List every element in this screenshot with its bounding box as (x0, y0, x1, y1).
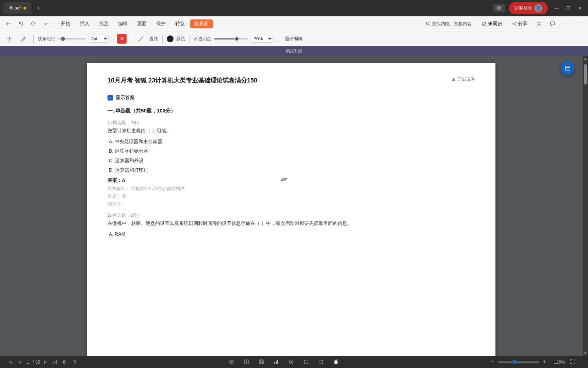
show-answer-label: 显示答案 (116, 95, 135, 101)
play-icon-btn[interactable] (287, 357, 296, 367)
q1-difficulty-label: 难度： (108, 194, 121, 199)
svg-rect-31 (305, 360, 308, 364)
color-swatch[interactable] (167, 35, 174, 42)
current-page-input[interactable] (24, 359, 31, 365)
play-icon (289, 359, 294, 365)
stop-icon (304, 359, 309, 365)
opacity-select[interactable]: 70% 30% 50% 100% (251, 35, 273, 43)
first-page-button[interactable]: |◁ (5, 358, 14, 366)
copy-icon-btn[interactable] (331, 357, 341, 367)
comment-icon-btn[interactable] (548, 19, 557, 29)
minimize-button[interactable]: — (552, 3, 561, 13)
color-tool[interactable] (135, 34, 147, 43)
show-answer-checkbox[interactable] (108, 95, 113, 101)
cursor-tool[interactable] (3, 34, 15, 43)
save-icon (259, 359, 264, 365)
undo-button[interactable] (16, 18, 27, 29)
svg-line-14 (21, 41, 21, 42)
upgrade-banner[interactable]: 购买升级 (0, 46, 588, 56)
export-icon (451, 77, 456, 82)
stats-icon (274, 359, 279, 365)
q1-solution: 答案解析： 主机由CPU和主存储器构成。 (108, 186, 475, 192)
menu-edit[interactable]: 编辑 (114, 19, 132, 28)
statusbar-more-button[interactable]: ··· (578, 359, 583, 365)
zoom-out-button[interactable]: − (489, 359, 496, 365)
undo-icon (18, 21, 24, 27)
scroll-thumb[interactable] (584, 64, 587, 85)
svg-line-13 (24, 37, 26, 38)
fullscreen-button[interactable]: ⛶ (570, 359, 575, 365)
stats-icon-btn[interactable] (272, 357, 281, 367)
title-bar: 考.pdf + 访客登录 👤 — ❐ ✕ (0, 0, 588, 16)
scroll-down-arrow[interactable]: ▼ (583, 350, 588, 356)
opacity-slider[interactable] (214, 38, 248, 40)
svg-marker-30 (291, 361, 293, 363)
save-icon-btn[interactable] (257, 357, 266, 367)
zoom-in-button[interactable]: + (541, 359, 548, 365)
main-area: 导出试卷 10月月考 智狐 23计算机大类专业基础理论试卷满分150 显示答案 … (0, 56, 588, 356)
q1-optC: C. 运算器和外设 (108, 158, 475, 164)
search-label: 查找功能、文档内容 (432, 21, 472, 27)
crop-icon-btn[interactable] (316, 357, 326, 367)
new-tab-button[interactable]: + (34, 3, 43, 13)
svg-point-5 (515, 25, 516, 26)
q1-solution-label: 答案解析： (108, 186, 130, 191)
more-arrow-button[interactable] (40, 18, 51, 29)
prev-page-button[interactable]: ◁ (15, 358, 23, 366)
svg-rect-36 (334, 361, 337, 364)
pane-button[interactable] (493, 4, 505, 12)
menu-page[interactable]: 页面 (133, 19, 151, 28)
overflow-menu-button[interactable]: ⋯ (561, 19, 571, 29)
svg-rect-27 (276, 361, 277, 364)
menu-start[interactable]: 开始 (57, 19, 75, 28)
size-select[interactable]: 2pt 1pt 3pt 4pt 5pt (88, 35, 109, 43)
title-tab[interactable]: 考.pdf (3, 2, 32, 14)
menu-insert[interactable]: 插入 (76, 19, 94, 28)
show-answer-row: 显示答案 (108, 95, 475, 101)
close-button[interactable]: ✕ (575, 3, 585, 13)
next-page-button[interactable]: ▷ (42, 358, 50, 366)
eye-icon-btn[interactable] (227, 357, 236, 367)
redo-button[interactable] (28, 18, 39, 29)
remove-page-button[interactable]: ⊟ (70, 358, 78, 366)
restore-button[interactable]: ❐ (564, 3, 573, 13)
toolbar-right-actions: 未同步 分享 ⋯ ⌃ (479, 19, 585, 29)
grid-icon-btn[interactable] (242, 357, 251, 367)
scrollbar-right[interactable]: ▲ ▼ (583, 56, 588, 356)
tab-close-dot[interactable] (23, 7, 26, 10)
pdf-container[interactable]: 导出试卷 10月月考 智狐 23计算机大类专业基础理论试卷满分150 显示答案 … (0, 56, 583, 356)
scroll-up-arrow[interactable]: ▲ (583, 56, 588, 61)
menu-convert[interactable]: 转换 (171, 19, 189, 28)
login-button[interactable]: 访客登录 👤 (509, 2, 548, 14)
back-button[interactable] (3, 18, 14, 29)
svg-rect-21 (244, 360, 246, 364)
pen-tool[interactable] (18, 34, 29, 43)
svg-rect-1 (499, 6, 501, 10)
q1-optA: A. 中央处理器和主存储器 (108, 139, 475, 145)
sync-icon (482, 21, 487, 26)
share-button[interactable]: 分享 (509, 19, 530, 28)
search-area[interactable]: 查找功能、文档内容 (422, 19, 475, 28)
q1-solution-text: 主机由CPU和主存储器构成。 (131, 186, 189, 191)
delete-button[interactable]: ✕ (117, 34, 127, 44)
svg-line-7 (513, 23, 515, 24)
square-icon-btn[interactable] (301, 357, 311, 367)
settings-icon-btn[interactable] (534, 19, 544, 29)
collapse-toolbar-button[interactable]: ⌃ (575, 19, 585, 29)
q1-answer: 答案：A (108, 178, 475, 184)
svg-rect-32 (320, 361, 323, 363)
menu-draw[interactable]: 随意画 (190, 19, 213, 28)
stroke-label: 线条粗细 (38, 36, 55, 42)
export-button[interactable]: 导出试卷 (451, 76, 475, 82)
menu-protect[interactable]: 保护 (152, 19, 170, 28)
menu-annotate[interactable]: 批注 (95, 19, 113, 28)
exit-edit-button[interactable]: 退出编辑 (281, 34, 306, 43)
zoom-slider[interactable] (498, 362, 539, 363)
q1-text: 微型计算机主机由（ ）组成。 (108, 128, 475, 134)
sync-button[interactable]: 未同步 (479, 19, 505, 28)
add-page-button[interactable]: ⊞ (61, 358, 69, 366)
svg-line-8 (513, 24, 515, 25)
last-page-button[interactable]: ▷| (51, 358, 59, 366)
float-action-button[interactable] (561, 61, 574, 75)
stroke-slider[interactable] (58, 38, 85, 40)
